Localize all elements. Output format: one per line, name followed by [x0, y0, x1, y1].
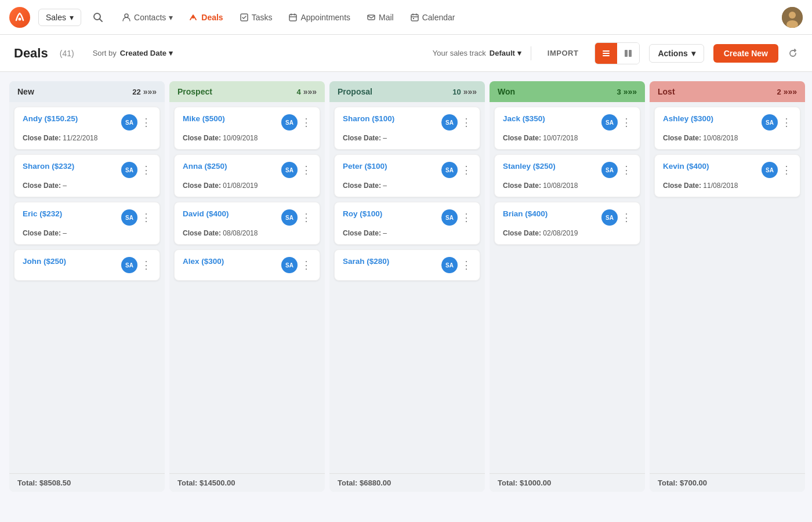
- toolbar-divider: [531, 46, 531, 60]
- deal-card-top: Mike ($500) SA ⋮: [183, 114, 311, 130]
- svg-rect-17: [629, 50, 632, 57]
- column-new: New 22 »»» Andy ($150.25) SA ⋮ Close Dat…: [9, 81, 165, 492]
- sales-track-control: Your sales track Default ▾: [433, 49, 521, 57]
- deal-avatar: SA: [281, 162, 298, 178]
- deal-more-button[interactable]: ⋮: [461, 165, 472, 175]
- deal-more-button[interactable]: ⋮: [141, 117, 151, 128]
- nav-mail-label: Mail: [379, 13, 394, 22]
- deal-name[interactable]: Mike ($500): [183, 114, 225, 123]
- deal-close-date: Close Date: –: [23, 182, 151, 190]
- app-logo[interactable]: [9, 7, 30, 28]
- view-toggle: [594, 42, 640, 64]
- nav-deals[interactable]: Deals: [182, 9, 230, 26]
- deal-name[interactable]: David ($400): [183, 209, 229, 218]
- nav-deals-label: Deals: [201, 13, 223, 22]
- deal-avatar: SA: [441, 162, 458, 178]
- deal-name[interactable]: Roy ($100): [343, 209, 382, 218]
- column-footer-proposal: Total: $6880.00: [329, 473, 485, 492]
- deal-name[interactable]: Andy ($150.25): [23, 114, 78, 123]
- deal-more-button[interactable]: ⋮: [141, 165, 151, 175]
- user-avatar[interactable]: [782, 7, 803, 28]
- deal-more-button[interactable]: ⋮: [301, 165, 311, 175]
- deal-more-button[interactable]: ⋮: [781, 165, 792, 175]
- deal-name[interactable]: Sharon ($100): [343, 114, 394, 123]
- column-title-lost: Lost: [658, 87, 675, 96]
- nav-contacts[interactable]: Contacts ▾: [115, 9, 180, 26]
- deal-more-button[interactable]: ⋮: [461, 212, 472, 223]
- deal-name[interactable]: Stanley ($250): [503, 162, 556, 171]
- deal-close-date: Close Date: 01/08/2019: [183, 182, 311, 190]
- deal-more-button[interactable]: ⋮: [141, 260, 151, 270]
- deal-name[interactable]: Eric ($232): [23, 209, 62, 218]
- deal-more-button[interactable]: ⋮: [301, 260, 311, 270]
- deal-close-date: Close Date: –: [343, 182, 472, 190]
- deal-card: Alex ($300) SA ⋮: [174, 249, 320, 281]
- deal-name[interactable]: Alex ($300): [183, 257, 224, 266]
- column-footer-new: Total: $8508.50: [9, 473, 165, 492]
- deal-card: Roy ($100) SA ⋮ Close Date: –: [334, 202, 480, 245]
- deal-card: Ashley ($300) SA ⋮ Close Date: 10/08/201…: [654, 107, 800, 150]
- deal-name[interactable]: Brian ($400): [503, 209, 548, 218]
- sort-control: Sort by Created Date ▾: [93, 49, 173, 57]
- deal-card-actions: SA ⋮: [121, 257, 151, 273]
- deal-name[interactable]: Kevin ($400): [663, 162, 709, 171]
- deal-more-button[interactable]: ⋮: [301, 117, 311, 128]
- deal-card-top: Sharon ($232) SA ⋮: [23, 162, 151, 178]
- deal-more-button[interactable]: ⋮: [141, 212, 151, 223]
- nav-mail[interactable]: Mail: [360, 9, 401, 26]
- deal-more-button[interactable]: ⋮: [621, 165, 632, 175]
- sort-label: Sort by: [93, 49, 117, 57]
- deal-avatar: SA: [121, 162, 137, 178]
- deal-card-actions: SA ⋮: [601, 114, 632, 130]
- deal-card: Eric ($232) SA ⋮ Close Date: –: [14, 202, 160, 245]
- deal-card: Andy ($150.25) SA ⋮ Close Date: 11/22/20…: [14, 107, 160, 150]
- kanban-view-button[interactable]: [617, 43, 639, 64]
- workspace-dropdown[interactable]: Sales ▾: [38, 9, 81, 26]
- list-view-button[interactable]: [595, 43, 617, 64]
- deal-count: (41): [60, 49, 74, 58]
- deal-more-button[interactable]: ⋮: [781, 117, 792, 128]
- column-footer-lost: Total: $700.00: [650, 473, 805, 492]
- nav-calendar[interactable]: Calendar: [403, 9, 462, 26]
- sort-value[interactable]: Created Date ▾: [120, 49, 173, 57]
- column-body-won: Jack ($350) SA ⋮ Close Date: 10/07/2018 …: [490, 102, 645, 473]
- svg-rect-9: [413, 18, 414, 19]
- deal-close-date: Close Date: 10/09/2018: [183, 134, 311, 142]
- deal-more-button[interactable]: ⋮: [621, 212, 632, 223]
- svg-point-11: [789, 12, 796, 19]
- nav-contacts-label: Contacts: [134, 13, 166, 22]
- deal-card-top: Kevin ($400) SA ⋮: [663, 162, 792, 178]
- deal-name[interactable]: Jack ($350): [503, 114, 545, 123]
- deal-name[interactable]: Anna ($250): [183, 162, 227, 171]
- column-header-prospect: Prospect 4 »»»: [169, 81, 325, 102]
- deal-avatar: SA: [441, 257, 458, 273]
- svg-point-1: [19, 17, 21, 20]
- deal-more-button[interactable]: ⋮: [461, 260, 472, 270]
- deal-more-button[interactable]: ⋮: [621, 117, 632, 128]
- top-navigation: Sales ▾ Contacts ▾ Deals Tasks Appointme…: [0, 0, 812, 35]
- nav-appointments[interactable]: Appointments: [281, 9, 357, 26]
- search-button[interactable]: [89, 9, 107, 26]
- deal-avatar: SA: [281, 257, 298, 273]
- deal-name[interactable]: John ($250): [23, 257, 66, 266]
- deal-avatar: SA: [121, 257, 137, 273]
- deal-more-button[interactable]: ⋮: [461, 117, 472, 128]
- deal-avatar: SA: [601, 209, 618, 226]
- deal-name[interactable]: Sharon ($232): [23, 162, 74, 171]
- deal-name[interactable]: Peter ($100): [343, 162, 387, 171]
- import-button[interactable]: IMPORT: [541, 49, 586, 57]
- deal-name[interactable]: Ashley ($300): [663, 114, 713, 123]
- refresh-button[interactable]: [788, 48, 798, 59]
- create-new-button[interactable]: Create New: [713, 44, 778, 63]
- deal-card-actions: SA ⋮: [601, 162, 632, 178]
- deal-name[interactable]: Sarah ($280): [343, 257, 389, 266]
- deal-card-top: Jack ($350) SA ⋮: [503, 114, 632, 130]
- column-footer-prospect: Total: $14500.00: [169, 473, 325, 492]
- deal-more-button[interactable]: ⋮: [301, 212, 311, 223]
- track-value[interactable]: Default ▾: [490, 49, 521, 57]
- deal-card: David ($400) SA ⋮ Close Date: 08/08/2018: [174, 202, 320, 245]
- actions-button[interactable]: Actions ▾: [649, 44, 704, 63]
- nav-tasks[interactable]: Tasks: [233, 9, 280, 26]
- column-header-lost: Lost 2 »»»: [650, 81, 805, 102]
- deal-card: Peter ($100) SA ⋮ Close Date: –: [334, 154, 480, 197]
